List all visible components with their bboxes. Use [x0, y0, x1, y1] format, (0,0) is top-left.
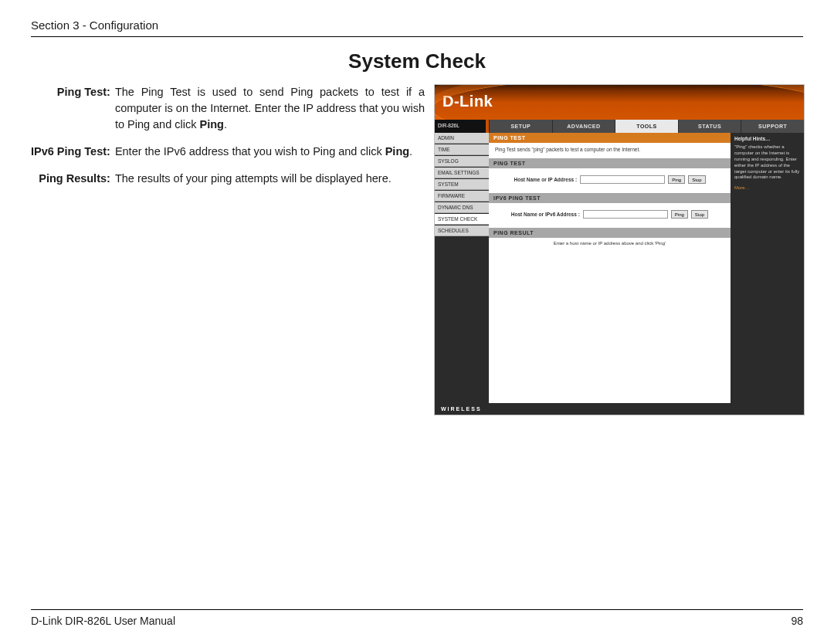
sidebar-item-schedules[interactable]: SCHEDULES: [435, 225, 489, 236]
descriptions-column: Ping Test: The Ping Test is used to send…: [31, 84, 425, 415]
desc-body: Enter the IPv6 address that you wish to …: [115, 144, 425, 171]
sidebar-item-firmware[interactable]: FIRMWARE: [435, 191, 489, 202]
ipv6-stop-button[interactable]: Stop: [691, 210, 708, 219]
ping-test-intro: Ping Test sends "ping" packets to test a…: [489, 143, 731, 158]
descriptions-table: Ping Test: The Ping Test is used to send…: [31, 84, 425, 198]
footer-manual-name: D-Link DIR-826L User Manual: [31, 615, 175, 627]
desc-label: Ping Results:: [31, 171, 115, 198]
ping-result-bar: PING RESULT: [489, 228, 731, 238]
hints-body: "Ping" checks whether a computer on the …: [734, 144, 800, 181]
router-main: PING TEST Ping Test sends "ping" packets…: [489, 133, 731, 403]
screenshot-column: D-Link DIR-826L SETUP ADVANCED TOOLS STA…: [434, 84, 805, 415]
hints-more-link[interactable]: More…: [734, 185, 800, 192]
desc-body: The results of your ping attempts will b…: [115, 171, 425, 198]
tab-status[interactable]: STATUS: [678, 120, 741, 133]
ipv6-ping-test-form: Host Name or IPv6 Address : Ping Stop: [489, 203, 731, 228]
desc-text-pre: The Ping Test is used to send Ping packe…: [115, 86, 425, 130]
desc-row-ping-results: Ping Results: The results of your ping a…: [31, 171, 425, 198]
section-header: Section 3 - Configuration: [31, 19, 803, 37]
sidebar-item-email-settings[interactable]: EMAIL SETTINGS: [435, 168, 489, 178]
tab-tools[interactable]: TOOLS: [615, 120, 678, 133]
sidebar-item-admin[interactable]: ADMIN: [435, 133, 489, 144]
tab-support[interactable]: SUPPORT: [741, 120, 804, 133]
router-model-badge: DIR-826L: [435, 120, 489, 133]
router-footer: WIRELESS: [435, 403, 804, 415]
desc-text-pre: Enter the IPv6 address that you wish to …: [115, 145, 385, 158]
router-body: ADMIN TIME SYSLOG EMAIL SETTINGS SYSTEM …: [435, 133, 804, 403]
ping-test-form: Host Name or IP Address : Ping Stop: [489, 168, 731, 193]
router-banner: D-Link: [435, 85, 804, 120]
ping-button[interactable]: Ping: [668, 175, 685, 184]
tab-advanced[interactable]: ADVANCED: [552, 120, 615, 133]
desc-bold: Ping: [200, 118, 224, 130]
desc-text-pre: The results of your ping attempts will b…: [115, 172, 392, 185]
desc-text-post: .: [409, 145, 412, 158]
ping-test-header: PING TEST: [489, 133, 731, 143]
ping-test-bar: PING TEST: [489, 158, 731, 168]
desc-row-ping-test: Ping Test: The Ping Test is used to send…: [31, 84, 425, 144]
dlink-logo: D-Link: [442, 93, 493, 110]
ping-host-label: Host Name or IP Address :: [514, 177, 578, 182]
helpful-hints-panel: Helpful Hints… "Ping" checks whether a c…: [731, 133, 804, 403]
hints-title: Helpful Hints…: [734, 136, 800, 142]
desc-body: The Ping Test is used to send Ping packe…: [115, 84, 425, 144]
desc-label: IPv6 Ping Test:: [31, 144, 115, 171]
router-admin-ui: D-Link DIR-826L SETUP ADVANCED TOOLS STA…: [434, 84, 805, 415]
ipv6-ping-test-bar: IPV6 PING TEST: [489, 193, 731, 203]
ipv6-host-label: Host Name or IPv6 Address :: [511, 212, 580, 217]
footer-page-number: 98: [791, 615, 803, 627]
router-sidebar: ADMIN TIME SYSLOG EMAIL SETTINGS SYSTEM …: [435, 133, 489, 403]
sidebar-item-time[interactable]: TIME: [435, 144, 489, 155]
sidebar-item-syslog[interactable]: SYSLOG: [435, 156, 489, 167]
page-title: System Check: [31, 49, 803, 73]
ping-result-text: Enter a host name or IP address above an…: [489, 238, 731, 249]
ipv6-ping-button[interactable]: Ping: [671, 210, 688, 219]
tab-setup[interactable]: SETUP: [489, 120, 552, 133]
desc-label: Ping Test:: [31, 84, 115, 144]
ping-host-input[interactable]: [580, 175, 665, 184]
sidebar-item-system-check[interactable]: SYSTEM CHECK: [435, 214, 489, 225]
router-tab-bar: DIR-826L SETUP ADVANCED TOOLS STATUS SUP…: [435, 120, 804, 133]
desc-row-ipv6-ping-test: IPv6 Ping Test: Enter the IPv6 address t…: [31, 144, 425, 171]
content-row: Ping Test: The Ping Test is used to send…: [31, 84, 803, 415]
sidebar-item-system[interactable]: SYSTEM: [435, 179, 489, 190]
page-footer: D-Link DIR-826L User Manual 98: [31, 609, 803, 627]
stop-button[interactable]: Stop: [688, 175, 705, 184]
sidebar-item-dynamic-dns[interactable]: DYNAMIC DNS: [435, 202, 489, 213]
ipv6-host-input[interactable]: [583, 210, 668, 219]
desc-text-post: .: [224, 118, 227, 130]
desc-bold: Ping: [385, 145, 409, 158]
